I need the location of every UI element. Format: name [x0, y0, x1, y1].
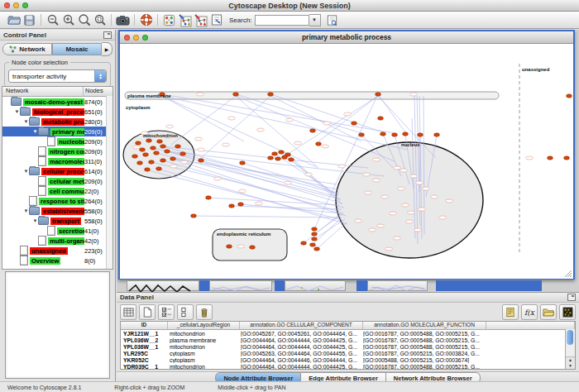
tree-expander-icon[interactable]: ▼ [32, 218, 38, 223]
float-panel-icon[interactable] [567, 294, 576, 301]
delete-attribute-button[interactable] [196, 304, 213, 320]
tab-network[interactable]: Network [2, 43, 52, 55]
attribute-table-row[interactable]: YPL036W__1mitochondrion[GO:0044464, GO:0… [121, 343, 575, 350]
network-node[interactable] [434, 133, 440, 136]
network-node[interactable] [352, 122, 357, 125]
network-node[interactable] [145, 168, 151, 171]
network-node[interactable] [314, 247, 320, 251]
tree-scrollbar[interactable] [106, 96, 112, 269]
network-node[interactable] [240, 161, 246, 165]
network-node[interactable] [156, 167, 162, 170]
table-scrollbar-thumb[interactable] [567, 330, 573, 345]
tree-item[interactable]: cell communicat22(0) [2, 186, 112, 196]
tree-item[interactable]: ▼biological_process651(0) [2, 107, 112, 117]
tree-expander-icon[interactable]: ▼ [23, 169, 29, 174]
tree-item[interactable]: macromolecule311(0) [2, 156, 112, 166]
tree-item[interactable]: nitrogen compo209(0) [2, 146, 112, 156]
network-canvas-svg[interactable]: plasma membrane cytoplasm mitochondrion … [120, 44, 573, 279]
network-node[interactable] [191, 214, 197, 218]
import-network-blue-button[interactable] [177, 12, 193, 27]
new-attribute-button[interactable] [139, 304, 156, 320]
network-node[interactable] [154, 151, 160, 155]
col-go-molecular-function[interactable]: annotation.GO MOLECULAR_FUNCTION [363, 322, 486, 329]
attribute-table-row[interactable]: YJR121W__1mitochondrion[GO:0045267, GO:0… [121, 330, 575, 337]
tree-item[interactable]: nucleobase-209(0) [2, 136, 112, 146]
attribute-table-row[interactable]: YPL036W__2plasma membrane[GO:0044464, GO… [121, 337, 575, 343]
network-node[interactable] [180, 152, 186, 155]
network-node[interactable] [310, 129, 316, 132]
open-session-button[interactable] [6, 12, 22, 27]
network-node[interactable] [567, 94, 572, 98]
network-node[interactable] [143, 153, 149, 156]
background-window[interactable] [127, 280, 199, 291]
network-node[interactable] [282, 155, 288, 159]
window-resize-grip[interactable] [565, 270, 572, 277]
network-node[interactable] [160, 145, 166, 148]
tree-item[interactable]: ▼transport558(0) [2, 216, 112, 226]
tree-column-network[interactable]: Network [2, 87, 84, 96]
network-node[interactable] [140, 148, 146, 151]
tabs-overflow-arrow[interactable]: ▶ [102, 42, 112, 56]
tab-mosaic[interactable]: Mosaic [52, 43, 102, 55]
network-node[interactable] [378, 117, 384, 120]
network-node[interactable] [376, 93, 381, 96]
col-go-cellular-component[interactable]: annotation.GO CELLULAR_COMPONENT [240, 322, 363, 329]
search-dropdown-arrow[interactable]: ▼ [309, 14, 321, 26]
search-input[interactable] [255, 15, 309, 26]
attribute-table-row[interactable]: YKR052Ccytoplasm[GO:0044464, GO:0044446,… [121, 356, 575, 363]
network-node[interactable] [392, 133, 398, 136]
background-window[interactable] [285, 280, 346, 291]
network-node[interactable] [301, 241, 307, 245]
zoom-in-button[interactable] [60, 12, 76, 27]
network-node[interactable] [268, 93, 274, 96]
network-node[interactable] [418, 133, 423, 136]
network-node[interactable] [310, 243, 316, 246]
tree-item[interactable]: ▼metabolic process280(0) [2, 117, 112, 127]
view-zoom-button[interactable] [142, 35, 148, 41]
import-table-button[interactable] [208, 12, 224, 27]
attribute-table-row[interactable]: YDR039C__1mitochondrion[GO:0044464, GO:0… [121, 363, 575, 370]
network-node[interactable] [312, 227, 318, 231]
network-node[interactable] [170, 157, 176, 160]
import-network-red-button[interactable] [193, 12, 208, 27]
network-node[interactable] [146, 139, 152, 142]
network-node[interactable] [312, 232, 318, 236]
attribute-table-row[interactable]: YLR295Ccytoplasm[GO:0045263, GO:0044464,… [121, 350, 575, 356]
network-node[interactable] [137, 161, 143, 165]
col-id[interactable]: ID [121, 322, 168, 329]
network-node[interactable] [199, 159, 204, 162]
matrix-view-button[interactable] [559, 304, 576, 320]
import-attributes-button[interactable] [540, 304, 557, 320]
network-canvas[interactable]: plasma membrane cytoplasm mitochondrion … [120, 44, 573, 279]
tree-item[interactable]: secretion41(0) [2, 226, 112, 236]
network-node[interactable] [136, 141, 141, 145]
network-node[interactable] [206, 196, 212, 199]
network-node[interactable] [132, 155, 138, 158]
function-builder-button[interactable]: f(x) [521, 304, 538, 320]
network-node[interactable] [268, 156, 274, 160]
network-node[interactable] [275, 157, 281, 160]
network-node[interactable] [160, 159, 166, 162]
select-attributes-button[interactable] [120, 304, 136, 320]
network-node[interactable] [316, 142, 322, 146]
network-node[interactable] [279, 151, 285, 154]
tree-expander-icon[interactable]: ▼ [23, 119, 29, 124]
network-node[interactable] [289, 158, 294, 161]
network-node[interactable] [359, 133, 365, 136]
network-node[interactable] [403, 132, 409, 136]
float-panel-icon[interactable] [103, 31, 112, 39]
network-node[interactable] [165, 150, 170, 153]
tree-item[interactable]: ▼cellular process614(0) [2, 166, 112, 176]
network-node[interactable] [227, 245, 232, 248]
tree-item[interactable]: ▼establishment of lo558(0) [2, 206, 112, 216]
zoom-fit-button[interactable] [76, 12, 92, 27]
tree-item[interactable]: cellular metabo209(0) [2, 176, 112, 186]
network-node[interactable] [564, 156, 570, 160]
node-color-select[interactable]: transporter activity ▲▼ [8, 69, 107, 83]
network-window-titlebar[interactable]: primary metabolic process [120, 31, 573, 44]
network-node[interactable] [233, 93, 239, 96]
tree-expander-icon[interactable]: ▼ [23, 208, 29, 213]
network-node[interactable] [151, 146, 156, 150]
network-node[interactable] [149, 160, 155, 164]
network-node[interactable] [175, 145, 181, 148]
